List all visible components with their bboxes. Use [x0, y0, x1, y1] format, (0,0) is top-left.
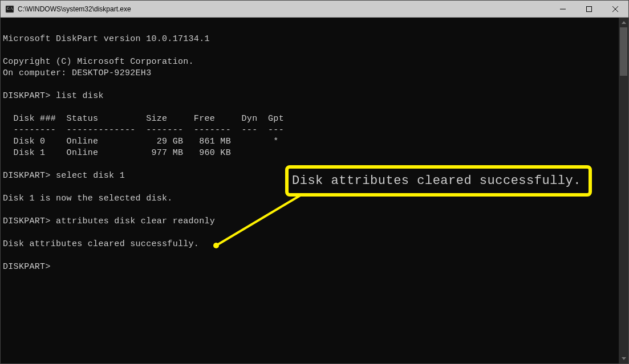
blank-line	[3, 182, 8, 192]
blank-line	[3, 23, 8, 32]
svg-rect-3	[587, 6, 592, 11]
blank-line	[3, 159, 8, 169]
blank-line	[3, 80, 8, 89]
cmd-select-disk: select disk 1	[56, 171, 125, 181]
blank-line	[3, 251, 8, 260]
scroll-thumb[interactable]	[620, 27, 627, 76]
svg-text:C:\: C:\	[7, 6, 13, 10]
callout-text: Disk attributes cleared successfully.	[292, 174, 581, 188]
window-title: C:\WINDOWS\system32\diskpart.exe	[18, 5, 550, 13]
title-bar[interactable]: C:\ C:\WINDOWS\system32\diskpart.exe	[1, 1, 628, 18]
response-attributes: Disk attributes cleared successfully.	[3, 239, 199, 249]
scroll-up-arrow-icon[interactable]	[619, 18, 628, 27]
table-header: Disk ### Status Size Free Dyn Gpt	[3, 114, 284, 124]
table-row: Disk 1 Online 977 MB 960 KB	[3, 148, 231, 158]
table-row: Disk 0 Online 29 GB 861 MB *	[3, 137, 279, 146]
blank-line	[3, 228, 8, 238]
prompt: DISKPART>	[3, 171, 51, 181]
copyright-line: Copyright (C) Microsoft Corporation.	[3, 57, 194, 67]
prompt: DISKPART>	[3, 216, 51, 226]
computer-line: On computer: DESKTOP-9292EH3	[3, 68, 151, 78]
blank-line	[3, 205, 8, 215]
blank-line	[3, 46, 8, 55]
cmd-attributes: attributes disk clear readonly	[56, 216, 215, 226]
cmd-list-disk: list disk	[56, 91, 104, 101]
version-line: Microsoft DiskPart version 10.0.17134.1	[3, 34, 210, 44]
response-select: Disk 1 is now the selected disk.	[3, 194, 173, 203]
callout-box: Disk attributes cleared successfully.	[285, 165, 592, 197]
scroll-down-arrow-icon[interactable]	[619, 354, 628, 363]
prompt: DISKPART>	[3, 91, 51, 101]
app-icon: C:\	[5, 5, 14, 14]
close-button[interactable]	[602, 1, 628, 17]
vertical-scrollbar[interactable]	[619, 18, 628, 363]
minimize-button[interactable]	[550, 1, 576, 17]
prompt[interactable]: DISKPART>	[3, 262, 51, 272]
table-separator: -------- ------------- ------- ------- -…	[3, 125, 284, 135]
blank-line	[3, 103, 8, 112]
caption-buttons	[550, 1, 628, 17]
maximize-button[interactable]	[576, 1, 602, 17]
